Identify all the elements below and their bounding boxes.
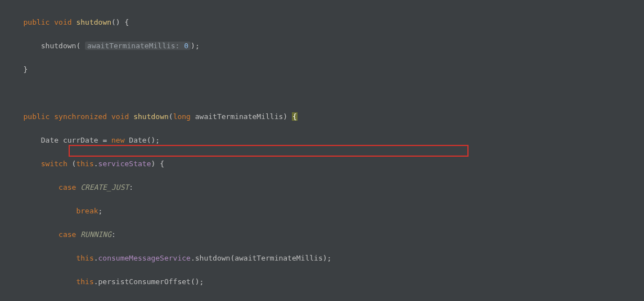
- code-line[interactable]: switch (this.serviceState) {: [10, 158, 644, 170]
- code-line[interactable]: }: [10, 63, 644, 75]
- keyword: public: [23, 112, 49, 121]
- field: serviceState: [98, 159, 151, 168]
- punct: ): [283, 112, 287, 121]
- field: consumeMessageService: [98, 254, 191, 262]
- punct: );: [191, 42, 200, 50]
- punct: :: [111, 230, 116, 239]
- identifier: awaitTerminateMillis: [195, 112, 283, 121]
- code-line[interactable]: [10, 87, 644, 99]
- scrollbar-vertical[interactable]: [637, 0, 644, 301]
- keyword: switch: [41, 159, 67, 168]
- type: Date: [41, 136, 58, 144]
- enum-value: CREATE_JUST: [80, 183, 129, 191]
- identifier: currDate: [63, 136, 98, 144]
- keyword: void: [54, 18, 71, 26]
- punct: =: [98, 136, 111, 144]
- punct: :: [129, 183, 133, 191]
- keyword: long: [173, 112, 191, 121]
- keyword: synchronized: [54, 112, 107, 121]
- param-hint: awaitTerminateMillis: 0: [85, 42, 191, 50]
- punct: ();: [147, 136, 160, 144]
- method-name: shutdown: [133, 112, 169, 121]
- punct: (: [67, 159, 76, 168]
- code-line[interactable]: this.persistConsumerOffset();: [10, 276, 644, 288]
- hint-label: awaitTerminateMillis:: [87, 42, 179, 50]
- code-line[interactable]: shutdown( awaitTerminateMillis: 0);: [10, 40, 644, 52]
- code-line[interactable]: break;: [10, 205, 644, 217]
- this: this: [76, 254, 93, 262]
- punct: ;: [98, 207, 103, 215]
- keyword: public: [23, 18, 49, 26]
- code-editor[interactable]: public void shutdown() { shutdown( await…: [10, 0, 644, 301]
- identifier: awaitTerminateMillis: [235, 254, 323, 262]
- hint-value: 0: [184, 42, 188, 50]
- method-name: shutdown: [76, 18, 111, 26]
- punct: ();: [191, 277, 204, 286]
- keyword: case: [58, 183, 76, 191]
- this: this: [76, 159, 93, 168]
- code-line[interactable]: case RUNNING:: [10, 229, 644, 240]
- code-line[interactable]: case CREATE_JUST:: [10, 181, 644, 193]
- code-line[interactable]: public synchronized void shutdown(long a…: [10, 111, 644, 122]
- method-call: shutdown: [195, 254, 231, 262]
- punct: .: [94, 159, 98, 168]
- punct: }: [23, 65, 28, 74]
- punct: (: [169, 112, 173, 121]
- punct: ) {: [151, 159, 164, 168]
- keyword: void: [111, 112, 129, 121]
- keyword: new: [111, 136, 124, 144]
- keyword: break: [76, 207, 98, 215]
- punct: {: [120, 18, 129, 26]
- code-line[interactable]: public void shutdown() {: [10, 16, 644, 28]
- enum-value: RUNNING: [80, 230, 111, 239]
- this: this: [76, 277, 93, 286]
- type: Date: [129, 136, 146, 144]
- brace-highlight: {: [292, 112, 298, 121]
- punct: (: [76, 42, 85, 50]
- punct: ;: [327, 254, 332, 262]
- punct: (): [111, 18, 120, 26]
- code-line[interactable]: Date currDate = new Date();: [10, 134, 644, 146]
- gutter: [0, 0, 10, 301]
- method-call: persistConsumerOffset: [98, 277, 191, 286]
- code-line[interactable]: this.consumeMessageService.shutdown(awai…: [10, 252, 644, 264]
- identifier: shutdown: [41, 42, 76, 50]
- keyword: case: [58, 230, 76, 239]
